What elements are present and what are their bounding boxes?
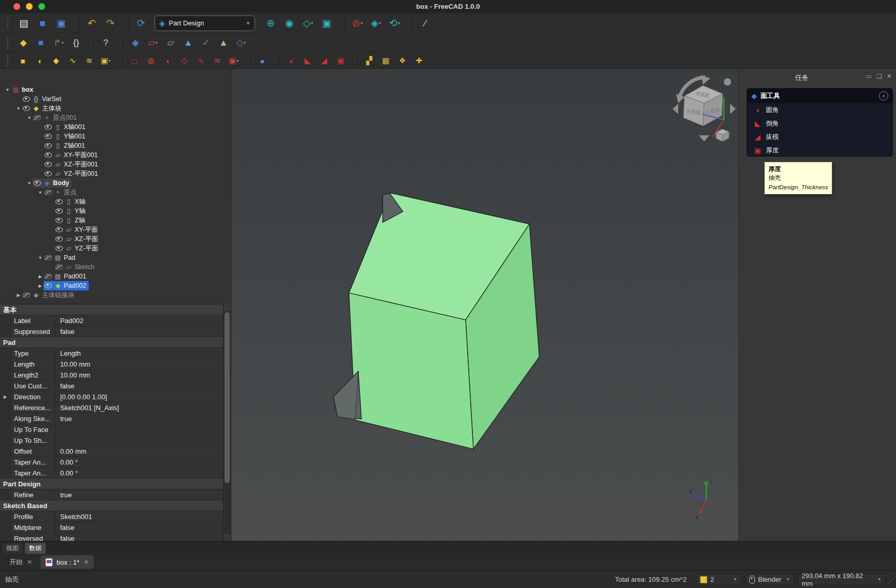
scroll-up-button[interactable] <box>224 304 230 311</box>
visibility-off-icon[interactable] <box>55 264 63 270</box>
scroll-down-button[interactable] <box>224 534 230 540</box>
visibility-on-icon[interactable] <box>55 227 63 232</box>
visibility-off-icon[interactable] <box>34 115 41 120</box>
property-group-header[interactable]: Sketch Based <box>0 500 223 511</box>
tree-item-body[interactable]: ▱YZ-平面 <box>54 244 101 253</box>
pan-down-arrow[interactable] <box>699 135 709 142</box>
tree-item-box[interactable]: ▼▤box <box>0 85 231 94</box>
navigation-style-combo[interactable]: Blender ▼ <box>745 573 794 585</box>
pan-left-arrow[interactable] <box>673 104 678 114</box>
visibility-on-icon[interactable] <box>55 218 63 223</box>
overlap-count-combo[interactable]: 2 ▼ <box>696 573 741 585</box>
tree-item-body[interactable]: ▯Y轴001 <box>44 132 88 141</box>
box-selection-button[interactable]: ▣ <box>318 16 335 31</box>
rotate-right-arrow[interactable] <box>701 75 710 85</box>
property-value[interactable]: 10.00 mm <box>56 359 223 369</box>
tree-item-Z轴[interactable]: ▯Z轴 <box>0 216 231 225</box>
tree-item-body[interactable]: ▯Z轴 <box>54 216 88 225</box>
toolbar-handle[interactable] <box>7 55 11 66</box>
view-rotate-cube-button[interactable]: ◈▾ <box>368 16 384 31</box>
tree-item-XY-平面[interactable]: ▱XY-平面 <box>0 225 231 234</box>
visibility-off-icon[interactable] <box>45 255 52 260</box>
property-value[interactable]: Sketch001 <box>56 511 223 522</box>
refresh-button[interactable]: ⟳ <box>133 16 149 31</box>
additive-loft-button[interactable]: ◆ <box>49 54 63 67</box>
expander-icon[interactable]: ▼ <box>37 256 44 260</box>
property-scrollbar[interactable] <box>223 304 231 541</box>
tree-item-Pad[interactable]: ▼▤Pad <box>0 253 231 262</box>
create-sketch-button[interactable]: ▱▾ <box>145 36 161 50</box>
tree-item-X轴001[interactable]: ▯X轴001 <box>0 122 231 132</box>
pocket-button[interactable]: □ <box>127 54 142 67</box>
visibility-on-icon[interactable] <box>45 162 52 167</box>
expander-icon[interactable]: ▼ <box>4 88 11 92</box>
boolean-button[interactable]: ● <box>255 54 270 67</box>
tree-item-body[interactable]: ▯X轴 <box>54 197 88 206</box>
thickness-button[interactable]: ▣ <box>333 54 348 67</box>
tree-item-XZ-平面[interactable]: ▱XZ-平面 <box>0 234 231 244</box>
create-body-button[interactable]: ◆ <box>128 36 143 50</box>
part-design-body-button[interactable]: ◆ <box>16 36 31 50</box>
nav-dot[interactable] <box>724 78 731 86</box>
document-tab-start[interactable]: 开始✕ <box>4 555 37 569</box>
workbench-selector[interactable]: ◈ Part Design ▼ <box>155 16 255 31</box>
tree-item-body[interactable]: ▱XZ-平面001 <box>44 160 101 169</box>
subtractive-helix-button[interactable]: ≋ <box>210 54 225 67</box>
fit-all-button[interactable]: ⊕ <box>262 16 279 31</box>
tree-item-XZ-平面001[interactable]: ▱XZ-平面001 <box>0 160 231 169</box>
shape-binder-button[interactable]: ▲ <box>216 36 231 50</box>
sync-view-button[interactable]: ⟲▾ <box>386 16 403 31</box>
group-button[interactable]: ■ <box>33 36 49 50</box>
face-tools-header[interactable]: ◆ 面工具 ∧ <box>747 89 892 103</box>
property-value[interactable]: Sketch001 [N_Axis] <box>56 402 223 413</box>
collapse-icon[interactable]: ∧ <box>879 91 888 101</box>
tree-item-body[interactable]: ◆主体链接块 <box>22 290 77 300</box>
tree-item-Pad001[interactable]: ▶▤Pad001 <box>0 272 231 281</box>
property-value[interactable]: true <box>56 413 223 424</box>
visibility-off-icon[interactable] <box>23 292 30 298</box>
undo-button[interactable]: ↶ <box>83 16 100 31</box>
validate-sketch-button[interactable]: ✓ <box>198 36 214 50</box>
visibility-on-icon[interactable] <box>55 246 63 251</box>
task-item-fillet[interactable]: ◖圆角 <box>747 103 892 117</box>
tree-item-body[interactable]: ▯Z轴001 <box>44 141 88 150</box>
tree-item-Z轴001[interactable]: ▯Z轴001 <box>0 141 231 150</box>
visibility-on-icon[interactable] <box>45 124 52 130</box>
tree-item-原点[interactable]: ▼+原点 <box>0 188 231 197</box>
save-file-button[interactable]: ▣ <box>53 16 69 31</box>
visibility-on-icon[interactable] <box>55 199 63 204</box>
attach-sketch-button[interactable]: ▲ <box>180 36 196 50</box>
visibility-off-icon[interactable] <box>45 190 52 195</box>
subtractive-primitive-button[interactable]: ▣▾ <box>227 54 241 67</box>
create-datum-button[interactable]: ◇▾ <box>233 36 249 50</box>
task-item-chamfer[interactable]: ◣倒角 <box>747 117 892 130</box>
property-value[interactable]: 10.00 mm <box>56 370 223 380</box>
tree-item-body[interactable]: +原点 <box>44 188 79 197</box>
tree-item-body[interactable]: ◆主体块 <box>22 104 64 113</box>
tree-item-body[interactable]: ▱YZ-平面001 <box>44 169 101 178</box>
tree-item-body[interactable]: ▱XY-平面 <box>54 225 101 234</box>
measure-button[interactable]: ∕ <box>417 16 433 31</box>
tree-item-body[interactable]: ▱XZ-平面 <box>54 234 101 244</box>
tree-item-XY-平面001[interactable]: ▱XY-平面001 <box>0 150 231 160</box>
3d-viewport[interactable]: 俯视图 前视图 右视图 <box>231 69 738 541</box>
additive-primitive-button[interactable]: ▣▾ <box>99 54 113 67</box>
expander-icon[interactable]: ▶ <box>37 284 44 288</box>
visibility-on-icon[interactable] <box>34 180 41 186</box>
tree-item-body[interactable]: ◈Body <box>33 178 72 188</box>
property-value[interactable]: false <box>56 533 223 541</box>
scrollbar-thumb[interactable] <box>225 312 230 483</box>
property-group-header[interactable]: Pad <box>0 337 223 348</box>
task-item-thickness[interactable]: ▣厚度 <box>747 144 892 157</box>
edit-sketch-button[interactable]: ▱ <box>163 36 178 50</box>
property-value[interactable]: false <box>56 381 223 391</box>
chamfer-button[interactable]: ◣ <box>300 54 315 67</box>
expander-icon[interactable]: ▼ <box>37 190 44 195</box>
polar-pattern-button[interactable]: ❖ <box>395 54 410 67</box>
varset-button[interactable]: {} <box>68 36 84 50</box>
visibility-on-icon[interactable] <box>45 143 52 148</box>
visibility-on-icon[interactable] <box>55 236 63 242</box>
tree-item-body[interactable]: {}VarSet <box>22 94 64 104</box>
tab-view[interactable]: 视图 <box>2 542 23 554</box>
tree-item-Y轴[interactable]: ▯Y轴 <box>0 206 231 216</box>
